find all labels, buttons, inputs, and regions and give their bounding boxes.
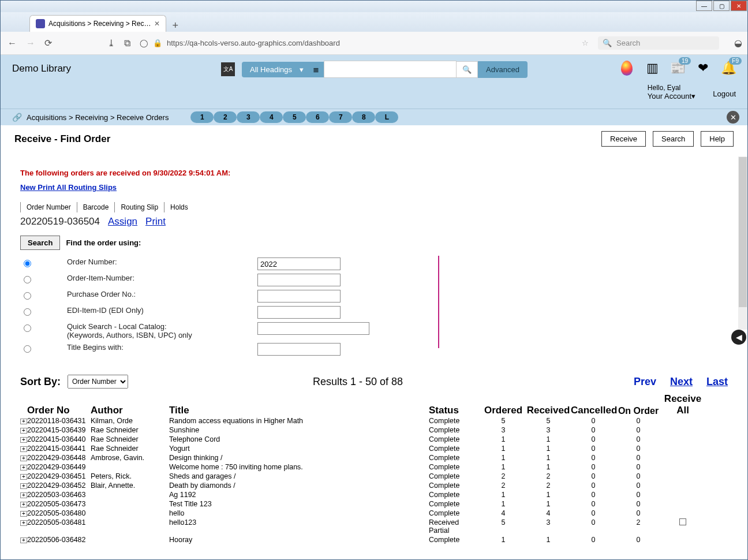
advanced-search-button[interactable]: Advanced <box>478 61 528 78</box>
pager-next[interactable]: Next <box>670 376 693 388</box>
news-icon[interactable]: 📰19 <box>670 61 685 76</box>
criteria-radio[interactable] <box>24 345 31 353</box>
close-panel-icon[interactable]: ✕ <box>727 111 739 124</box>
expand-icon[interactable]: + <box>20 428 27 434</box>
expand-icon[interactable]: + <box>20 437 27 443</box>
bookmark-star-icon[interactable]: ☆ <box>582 39 589 47</box>
print-link[interactable]: Print <box>145 216 166 227</box>
cell-order[interactable]: 20220505-036481 <box>27 518 91 527</box>
your-account-link[interactable]: Your Account▾ <box>648 92 695 100</box>
history-pill[interactable]: 8 <box>352 111 375 123</box>
criteria-input[interactable] <box>257 306 341 319</box>
history-pill[interactable]: 2 <box>214 111 237 123</box>
back-button[interactable]: ← <box>8 38 17 48</box>
pager: Prev Next Last <box>634 376 728 388</box>
cell-order[interactable]: 20220429-036449 <box>27 463 91 471</box>
criteria-input[interactable] <box>257 343 341 356</box>
cell-order[interactable]: 20220505-036473 <box>27 500 91 508</box>
extension-icon[interactable]: ⧉ <box>124 38 130 48</box>
search-button-top[interactable]: Search <box>653 131 694 147</box>
history-pill[interactable]: 4 <box>260 111 283 123</box>
history-pill[interactable]: 7 <box>329 111 352 123</box>
browser-tab[interactable]: Acquisitions > Receiving > Rec… ✕ <box>29 15 166 32</box>
window-close-button[interactable]: ✕ <box>731 1 747 11</box>
cell-cancelled: 0 <box>571 435 616 443</box>
catalog-search-button[interactable]: 🔍 <box>457 61 478 78</box>
criteria-label: Order Number: <box>67 257 257 266</box>
catalog-icon[interactable]: ▥ <box>645 61 660 76</box>
pager-last[interactable]: Last <box>706 376 728 388</box>
criteria-input[interactable] <box>257 322 369 335</box>
new-tab-button[interactable]: + <box>172 20 178 32</box>
cell-order[interactable]: 20220429-036452 <box>27 481 91 490</box>
criteria-radio[interactable] <box>24 276 31 283</box>
page-title: Receive - Find Order <box>14 133 110 145</box>
cell-ordered: 2 <box>481 481 526 490</box>
cell-order[interactable]: 20220415-036439 <box>27 426 91 434</box>
criteria-input[interactable] <box>257 290 341 303</box>
cell-order[interactable]: 20220506-036482 <box>27 536 91 544</box>
notifications-icon[interactable]: 🔔F9 <box>721 61 736 76</box>
criteria-radio[interactable] <box>24 260 31 267</box>
expand-icon[interactable]: + <box>20 502 27 507</box>
receive-button[interactable]: Receive <box>601 131 646 147</box>
sort-select[interactable]: Order Number <box>68 375 128 389</box>
reload-button[interactable]: ⟳ <box>44 38 52 48</box>
cell-order[interactable]: 20220503-036463 <box>27 491 91 499</box>
expand-icon[interactable]: + <box>20 483 27 489</box>
cell-order[interactable]: 20220429-036448 <box>27 454 91 462</box>
cell-order[interactable]: 20220415-036441 <box>27 445 91 453</box>
tab-close-icon[interactable]: ✕ <box>154 20 160 28</box>
history-pill[interactable]: 1 <box>190 111 214 123</box>
pager-prev[interactable]: Prev <box>634 376 656 388</box>
criteria-input[interactable] <box>257 257 341 270</box>
cell-order[interactable]: 20220429-036451 <box>27 472 91 480</box>
breadcrumb-text[interactable]: Acquisitions > Receiving > Receive Order… <box>27 113 169 122</box>
browser-search-box[interactable]: 🔍 Search <box>598 36 719 50</box>
window-minimize-button[interactable]: — <box>696 1 712 11</box>
catalog-search-input[interactable] <box>324 61 457 78</box>
expand-icon[interactable]: + <box>20 456 27 461</box>
balloon-icon[interactable] <box>619 61 634 76</box>
headings-dropdown[interactable]: All Headings <box>242 62 308 77</box>
window-maximize-button[interactable]: ▢ <box>713 1 730 11</box>
print-routing-slips-link[interactable]: New Print All Routing Slips <box>20 183 117 192</box>
history-pill[interactable]: 3 <box>237 111 260 123</box>
cell-order[interactable]: 20220505-036480 <box>27 509 91 517</box>
cell-order[interactable]: 20220415-036440 <box>27 435 91 443</box>
forward-button[interactable]: → <box>26 38 35 48</box>
expand-icon[interactable]: + <box>20 419 27 424</box>
history-pill[interactable]: 5 <box>283 111 306 123</box>
language-icon[interactable]: 文A <box>221 62 235 76</box>
history-pill[interactable]: 6 <box>306 111 329 123</box>
cell-cancelled: 0 <box>571 536 616 544</box>
cell-receive-all[interactable] <box>661 518 705 527</box>
expand-icon[interactable]: + <box>20 465 27 471</box>
expand-icon[interactable]: + <box>20 474 27 480</box>
assign-link[interactable]: Assign <box>108 216 137 227</box>
criteria-radio[interactable] <box>24 292 31 300</box>
history-pill[interactable]: L <box>375 111 398 123</box>
account-block[interactable]: Hello, Eyal Your Account▾ <box>648 84 695 100</box>
window-titlebar: — ▢ ✕ <box>1 1 747 12</box>
database-icon[interactable]: ≣ <box>308 62 324 77</box>
criteria-input[interactable] <box>257 274 341 286</box>
expand-icon[interactable]: + <box>20 537 27 543</box>
cell-ordered: 1 <box>481 454 526 462</box>
expand-icon[interactable]: + <box>20 446 27 452</box>
criteria-radio[interactable] <box>24 324 31 332</box>
expand-icon[interactable]: + <box>20 492 27 498</box>
expand-icon[interactable]: + <box>20 520 27 526</box>
reader-icon[interactable]: ◒ <box>734 38 742 48</box>
favorites-icon[interactable]: ❤ <box>695 61 710 76</box>
expand-icon[interactable]: + <box>20 511 27 517</box>
help-button[interactable]: Help <box>701 131 734 147</box>
logout-link[interactable]: Logout <box>713 89 736 98</box>
url-bar[interactable]: ◯ 🔒 https://qa-hcols-verso.auto-graphics… <box>140 39 463 47</box>
cell-status: Complete <box>429 426 481 434</box>
cell-order[interactable]: 20220118-036431 <box>27 417 91 425</box>
search-button[interactable]: Search <box>20 236 60 250</box>
cell-author: Rae Schneider <box>91 435 169 443</box>
pocket-icon[interactable]: ⤓ <box>107 38 115 48</box>
criteria-radio[interactable] <box>24 308 31 316</box>
